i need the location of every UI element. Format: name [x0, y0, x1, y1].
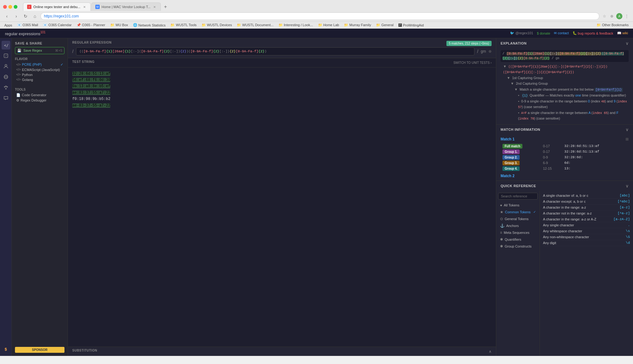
exp-item-root: ▼ (([0=9A=Fa=f]{1}[26ae]{1}[:-]([0=9A=Fa… — [503, 64, 629, 75]
forward-button[interactable]: › — [12, 12, 20, 20]
match-info-header[interactable]: MATCH INFORMATION ∨ — [496, 125, 633, 135]
quick-ref-search-input[interactable] — [498, 193, 538, 200]
bookmark-general[interactable]: 📁 General — [375, 23, 395, 27]
bookmark-prowriting[interactable]: 🅿 ProWritingAid — [397, 23, 425, 27]
profile-icon[interactable]: A — [616, 13, 622, 19]
test-line-3: 0a:13:a8:8e:b5:ef — [72, 83, 492, 89]
qr-item-all-tokens[interactable]: ● All Tokens — [498, 202, 538, 208]
address-input[interactable] — [40, 12, 599, 20]
substitution-bar: SUBSTITUTION ∧ — [68, 347, 496, 356]
bookmark-wu-box[interactable]: 📁 WU Box — [109, 23, 129, 27]
bookmark-murray[interactable]: 📁 Murray Family — [343, 23, 372, 27]
bookmark-apps[interactable]: Apps — [3, 23, 13, 27]
header-link-donate[interactable]: $ donate — [537, 31, 550, 35]
qr-item-anchors[interactable]: ⚓ Anchors — [498, 223, 538, 229]
bookmark-interesting[interactable]: 📁 Interesting / Look... — [277, 23, 314, 27]
exp-indent-1st-capture: ▼ 1st Capturing Group ▼ 2nd Capturing Gr… — [503, 75, 629, 121]
explanation-content: / [0-9A-Fa-f]{1}[26ae]{1}[:-]([0-9A-Fa-f… — [496, 48, 633, 124]
sponsor-button[interactable]: SPONSOR — [15, 347, 64, 353]
tab-close-regex101[interactable]: ✕ — [82, 5, 87, 9]
sidebar-icon-dollar[interactable]: $ — [2, 345, 10, 353]
save-regex-button[interactable]: 💾 Save Regex ⌘+S — [15, 47, 64, 54]
bookmark-o365-calendar[interactable]: 📧 O365 Calendar — [42, 23, 73, 27]
flavor-ecma[interactable]: </> ECMAScript (JavaScript) — [15, 67, 64, 72]
flavor-golang[interactable]: </> Golang — [15, 77, 64, 82]
maximize-window-button[interactable] — [14, 5, 17, 9]
bookmark-wustl-tools[interactable]: 📁 WUSTL Tools — [169, 23, 198, 27]
bookmark-network-stats[interactable]: 🌐 Network Statistics — [132, 23, 167, 27]
exp-09-bullet: • — [518, 99, 519, 103]
sidebar-icon-regex[interactable]: </> — [2, 41, 10, 50]
exp-toggle-2nd[interactable]: ▼ — [511, 82, 514, 85]
menu-icon[interactable]: ⋮ — [624, 13, 630, 19]
quick-ref-collapse-button[interactable]: ∨ — [626, 183, 629, 188]
substitution-collapse-button[interactable]: ∧ — [489, 349, 492, 354]
header-link-bug-reports[interactable]: 🐛 bug reports & feedback — [573, 31, 613, 35]
match-value-g2: 32:28:6d: — [563, 154, 629, 160]
bookmark-wustl-doc[interactable]: 📁 WUSTL Document... — [236, 23, 275, 27]
bookmark-icon[interactable]: ☆ — [601, 13, 607, 19]
qr-item-quantifiers[interactable]: ✱ Quantifiers — [498, 236, 538, 243]
bookmark-home-lab[interactable]: 📁 Home Lab — [317, 23, 340, 27]
qr-desc-not-abc: A character except: a, b or c — [543, 200, 586, 203]
back-button[interactable]: ‹ — [3, 12, 11, 20]
exp-toggle-1st[interactable]: ▼ — [507, 76, 510, 80]
bookmark-other[interactable]: 📁 Other Bookmarks — [595, 23, 630, 27]
regex-copy-button[interactable]: ⊕ — [488, 49, 492, 54]
sidebar-icon-chat[interactable] — [2, 94, 10, 102]
match-range-g1: 0-17 — [541, 149, 563, 154]
bookmark-o365-planner[interactable]: 📌 O365 - Planner — [75, 23, 107, 27]
qr-item-common-tokens[interactable]: ★ Common Tokens ✓ — [498, 209, 538, 215]
switch-to-unit-tests-button[interactable]: SWITCH TO UNIT TESTS › — [453, 61, 492, 64]
sidebar-icon-unit-test[interactable]: ✓ — [2, 51, 10, 60]
new-tab-button[interactable]: + — [161, 3, 169, 11]
traffic-lights — [3, 5, 17, 9]
flavor-python[interactable]: </> Python — [15, 72, 64, 77]
close-window-button[interactable] — [3, 5, 7, 9]
bookmark-wustl-devices[interactable]: 📁 WUSTL Devices — [200, 23, 233, 27]
tool-regex-debugger[interactable]: ⚙ Regex Debugger — [15, 98, 64, 103]
sidebar-icon-globe[interactable] — [2, 73, 10, 81]
explanation-collapse-button[interactable]: ∨ — [626, 41, 629, 46]
match-info-collapse-button[interactable]: ∨ — [626, 127, 629, 132]
regex-input[interactable]: (([0-9A-Fa-f]{1}[26ae]{1}[:-]([0-9A-Fa-f… — [76, 47, 475, 55]
home-button[interactable]: ⌂ — [31, 12, 39, 20]
qr-item-group-constructs[interactable]: ✱ Group Constructs — [498, 243, 538, 249]
sidebar-icon-tools[interactable] — [2, 83, 10, 92]
tab-close-mac-vendor[interactable]: ✕ — [152, 5, 157, 9]
flavor-pcre-check: ✓ — [60, 63, 63, 67]
code-gen-icon: 📄 — [16, 93, 21, 97]
qr-item-meta-sequences[interactable]: ≡ Meta Sequences — [498, 229, 538, 236]
header-link-regex101[interactable]: 🐦 @regex101 — [510, 31, 533, 35]
tool-code-generator[interactable]: 📄 Code Generator — [15, 92, 64, 98]
qr-row-digit: Any digit \d — [543, 240, 630, 246]
qr-meta-seq-icon: ≡ — [500, 230, 502, 235]
explanation-header[interactable]: EXPLANATION ∨ — [496, 38, 633, 48]
exp-toggle-root[interactable]: ▼ — [503, 64, 507, 68]
flavor-pcre-label: PCRE (PHP) — [22, 63, 42, 66]
save-share-title: SAVE & SHARE — [15, 41, 64, 45]
sidebar-icon-user[interactable] — [2, 62, 10, 71]
match-1-copy-button[interactable]: ⊞ — [626, 137, 629, 141]
regex-display: (([0-9A-Fa-f]{1}[26ae]{1}[:-]([0-9A-Fa-f… — [79, 50, 267, 53]
qr-row-a-z-a-z: A character in the range: a-z or A-Z [a-… — [543, 216, 630, 222]
header-link-wiki[interactable]: 📖 wiki — [617, 31, 628, 35]
quick-ref-header[interactable]: QUICK REFERENCE ∨ — [496, 181, 633, 191]
flavor-python-code: </> — [16, 73, 21, 76]
qr-item-general-tokens[interactable]: ⊙ General Tokens — [498, 216, 538, 222]
tab-regex101[interactable]: r Online regex tester and debu... ✕ — [23, 2, 91, 11]
tab-mac-vendor[interactable]: M Home | MAC Vendor Lookup T... ✕ — [91, 2, 161, 11]
minimize-window-button[interactable] — [8, 5, 12, 9]
reload-button[interactable]: ↻ — [22, 12, 29, 20]
quick-ref-title: QUICK REFERENCE — [501, 184, 536, 188]
exp-toggle-match-single[interactable]: ▼ — [514, 87, 518, 91]
flavor-pcre[interactable]: </> PCRE (PHP) ✓ — [15, 62, 64, 67]
qr-desc-not-a-z: A character not in the range: a-z — [543, 211, 592, 215]
header-link-contact[interactable]: ✉ contact — [554, 31, 569, 35]
bookmark-o365-mail[interactable]: 📧 O365 Mail — [16, 23, 39, 27]
test-string-content[interactable]: 32:28:6d:51:13:af 56:ef:68:f6:0d:30 0a:1… — [68, 68, 496, 347]
exp-regex-g0: [0-9A-Fa-f]{1}[26ae]{1}[:-]([0-9A-Fa-f]{… — [502, 52, 624, 60]
extensions-icon[interactable]: ⊕ — [609, 13, 615, 19]
quick-ref-main: A single character of: a, b or c [abc] A… — [540, 191, 633, 356]
bookmarks-bar: Apps 📧 O365 Mail 📧 O365 Calendar 📌 O365 … — [0, 21, 633, 28]
